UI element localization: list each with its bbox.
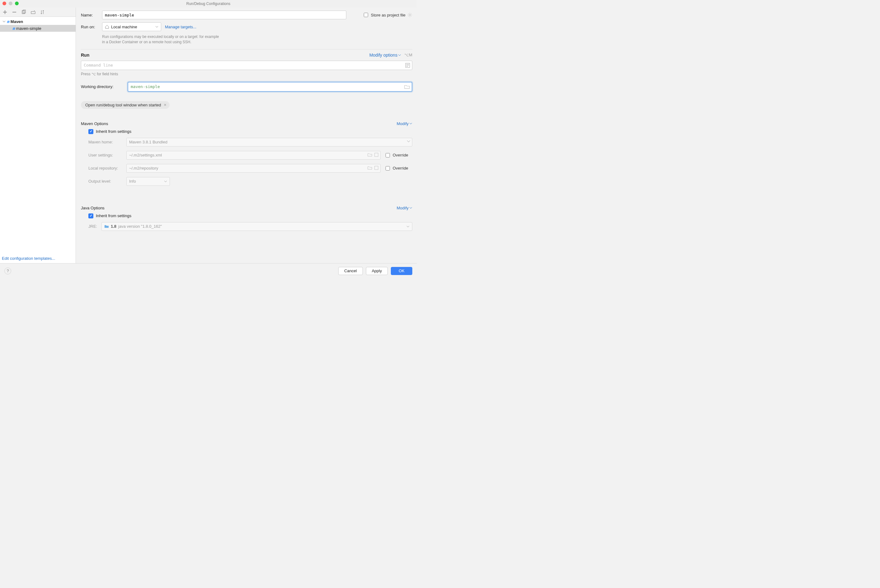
override-checkbox[interactable]	[386, 153, 390, 158]
maven-icon: m	[7, 19, 9, 24]
maven-options-title: Maven Options	[81, 122, 108, 126]
ok-button[interactable]: OK	[391, 267, 412, 275]
user-settings-override[interactable]: Override	[384, 152, 412, 158]
user-settings-input	[126, 151, 381, 160]
configurations-dialog: Run/Debug Configurations m Maven m maven…	[0, 0, 417, 278]
tree-item-label: maven-simple	[16, 26, 41, 31]
folder-icon	[368, 165, 372, 170]
main-panel: Name: Store as project file Run on: Loca…	[76, 8, 417, 263]
chevron-down-icon	[3, 20, 6, 23]
manage-targets-link[interactable]: Manage targets...	[165, 25, 196, 29]
minimize-window-icon[interactable]	[9, 2, 12, 5]
expand-icon	[374, 153, 379, 157]
home-icon	[105, 25, 109, 29]
modify-options-link[interactable]: Modify options	[369, 52, 401, 57]
output-level-value: Info	[129, 179, 136, 183]
svg-rect-4	[375, 153, 378, 156]
name-label: Name:	[81, 13, 98, 17]
user-settings-label: User settings:	[89, 153, 123, 158]
tree-root-label: Maven	[11, 19, 23, 24]
chevron-down-icon	[406, 225, 410, 228]
maven-inherit-checkbox-row[interactable]: ✓ Inherit from settings	[89, 129, 412, 134]
add-icon[interactable]	[3, 10, 8, 15]
tree-root-maven[interactable]: m Maven	[0, 18, 76, 25]
local-repo-input	[126, 164, 381, 172]
maven-home-input	[126, 138, 412, 147]
sidebar: m Maven m maven-simple Edit configuratio…	[0, 8, 76, 263]
sort-icon[interactable]	[40, 10, 45, 15]
window-title: Run/Debug Configurations	[186, 2, 230, 6]
java-options-title: Java Options	[81, 206, 105, 210]
titlebar: Run/Debug Configurations	[0, 0, 417, 8]
override-checkbox[interactable]	[386, 166, 390, 171]
jre-label: JRE:	[89, 224, 98, 229]
sidebar-toolbar	[0, 8, 76, 17]
store-as-project-file[interactable]: Store as project file	[362, 12, 412, 18]
chevron-down-icon	[407, 140, 410, 143]
command-line-hint: Press ⌥ for field hints	[81, 72, 412, 76]
working-directory-label: Working directory:	[81, 84, 125, 89]
help-icon[interactable]: ?	[5, 267, 11, 274]
run-target-hint: Run configurations may be executed local…	[102, 34, 412, 45]
dialog-footer: ? Cancel Apply OK	[0, 263, 417, 278]
folder-icon	[368, 153, 372, 157]
java-modify-link[interactable]: Modify	[397, 206, 412, 210]
checkbox-checked-icon[interactable]: ✓	[89, 213, 93, 218]
tree-item-maven-simple[interactable]: m maven-simple	[0, 25, 76, 32]
output-level-label: Output level:	[89, 179, 123, 183]
copy-icon[interactable]	[21, 10, 26, 15]
expand-icon[interactable]	[405, 63, 410, 68]
open-tool-window-chip[interactable]: Open run/debug tool window when started …	[81, 101, 170, 109]
maven-home-label: Maven home:	[89, 140, 123, 144]
edit-templates-link[interactable]: Edit configuration templates...	[0, 254, 76, 263]
close-window-icon[interactable]	[3, 2, 6, 5]
run-section-header: Run Modify options ⌥M	[81, 52, 412, 57]
save-icon[interactable]	[30, 10, 36, 15]
jre-version: 1.8	[111, 224, 116, 229]
chevron-down-icon	[398, 54, 401, 57]
jre-detail: java version "1.8.0_162"	[118, 224, 162, 229]
run-section-title: Run	[81, 52, 89, 57]
modify-options-shortcut: ⌥M	[404, 52, 412, 57]
chevron-down-icon	[409, 122, 412, 125]
local-repo-override[interactable]: Override	[384, 165, 412, 171]
close-icon[interactable]: ✕	[164, 103, 167, 107]
jre-select: 1.8 java version "1.8.0_162"	[101, 222, 412, 231]
maven-icon: m	[12, 26, 15, 31]
run-target-select[interactable]: Local machine	[102, 22, 161, 31]
name-input[interactable]	[102, 10, 346, 19]
remove-icon[interactable]	[12, 10, 17, 15]
java-inherit-checkbox-row[interactable]: ✓ Inherit from settings	[89, 213, 412, 218]
store-label: Store as project file	[371, 13, 405, 17]
java-inherit-label: Inherit from settings	[96, 213, 131, 218]
svg-rect-5	[375, 166, 378, 169]
working-directory-input[interactable]	[128, 82, 412, 92]
run-target-value: Local machine	[111, 25, 137, 29]
command-line-input[interactable]	[81, 61, 412, 70]
apply-button[interactable]: Apply	[366, 267, 388, 275]
expand-icon	[374, 165, 379, 170]
chevron-down-icon	[409, 206, 412, 209]
svg-point-2	[409, 14, 411, 16]
gear-icon[interactable]	[407, 12, 412, 17]
chevron-down-icon	[164, 180, 167, 183]
maven-modify-link[interactable]: Modify	[397, 122, 412, 126]
cancel-button[interactable]: Cancel	[338, 267, 362, 275]
local-repo-label: Local repository:	[89, 166, 123, 171]
folder-icon	[104, 224, 109, 229]
chevron-down-icon	[155, 25, 158, 28]
folder-icon[interactable]	[404, 84, 410, 90]
window-controls	[3, 2, 19, 5]
output-level-select: Info	[126, 177, 170, 186]
runon-label: Run on:	[81, 25, 98, 29]
checkbox-checked-icon[interactable]: ✓	[89, 129, 93, 134]
zoom-window-icon[interactable]	[15, 2, 19, 5]
store-checkbox[interactable]	[364, 13, 368, 17]
config-tree: m Maven m maven-simple	[0, 17, 76, 254]
chip-label: Open run/debug tool window when started	[85, 103, 161, 107]
maven-inherit-label: Inherit from settings	[96, 129, 131, 134]
